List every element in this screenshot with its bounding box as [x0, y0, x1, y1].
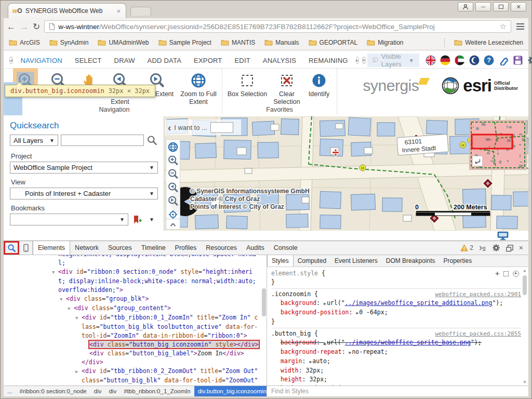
flag-uae-icon[interactable]	[455, 55, 465, 65]
dom-tree-node[interactable]: <div class="button_big_label">Zoom In</d…	[4, 349, 267, 358]
screen-display-icon[interactable]	[496, 231, 510, 241]
expand-arrow-icon[interactable]: ▶	[75, 367, 82, 376]
new-style-rule-icon[interactable]: +	[495, 269, 499, 278]
styles-tab-dom-breakpoints[interactable]: DOM Breakpoints	[382, 255, 440, 267]
menu-tab-navigation[interactable]: NAVIGATION	[15, 57, 69, 64]
css-url-link[interactable]: ../images/weboffice_sprite_additional.pn…	[345, 299, 493, 307]
dom-tree-node[interactable]: height:inherit; display:inline-block;whi…	[4, 255, 267, 268]
collapse-arrow-icon[interactable]: ▼	[52, 268, 58, 277]
save-icon[interactable]	[513, 55, 523, 65]
i-want-to-input[interactable]	[210, 122, 233, 133]
styles-scrollbar-thumb[interactable]	[523, 275, 527, 295]
menu-tab-add-data[interactable]: ADD DATA	[141, 57, 188, 64]
scroll-up-icon[interactable]: ▲	[524, 268, 526, 273]
visible-layers-dropdown[interactable]: Visible Layers ▼	[367, 54, 419, 67]
devtools-tab-audits[interactable]: Audits	[242, 241, 269, 255]
devtools-tab-console[interactable]: Console	[269, 241, 302, 255]
menubar-link-button[interactable]	[498, 55, 509, 65]
bookmark-item[interactable]: SynAdmin	[49, 39, 89, 46]
console-drawer-icon[interactable]	[478, 244, 487, 252]
identify-button[interactable]: Identify	[303, 69, 335, 98]
quicksearch-input[interactable]	[61, 135, 144, 146]
menubar-flag-germany-button[interactable]	[440, 55, 450, 65]
element-state-icon[interactable]	[503, 271, 509, 276]
overview-collapse-button[interactable]	[472, 156, 483, 166]
maximize-button[interactable]	[493, 2, 509, 11]
device-mode-button[interactable]	[19, 241, 33, 255]
bookmark-item[interactable]: Manuals	[264, 39, 299, 46]
dom-tree-node[interactable]: </div>	[4, 358, 267, 367]
styles-tab-styles[interactable]: Styles	[267, 255, 294, 267]
devtools-tab-network[interactable]: Network	[70, 241, 103, 255]
dom-tree-node[interactable]: ▼<div class="group_content">	[4, 304, 267, 313]
link-icon[interactable]	[498, 55, 509, 65]
view-select[interactable]: Points of Interest + Cadaster▼	[10, 188, 158, 200]
find-in-styles-input[interactable]: Find in Styles	[267, 386, 528, 396]
menubar-flag-uk-button[interactable]	[425, 55, 436, 65]
inspect-element-button[interactable]	[4, 241, 19, 255]
dom-tree-node[interactable]: <div class="button_big iconzoomin" style…	[4, 340, 267, 349]
css-declaration[interactable]: width: 32px;	[271, 366, 521, 375]
css-declaration[interactable]: height: 32px;	[271, 375, 521, 384]
clear-selection-button[interactable]: Clear Selection	[270, 69, 303, 106]
settings-icon[interactable]	[527, 55, 532, 65]
elements-scrollbar-thumb[interactable]	[262, 288, 266, 316]
bookmark-item[interactable]: Migration	[367, 39, 403, 46]
minimize-button[interactable]: ─	[475, 2, 491, 11]
breadcrumb-item[interactable]: div	[90, 386, 105, 396]
css-url-link[interactable]: ../images/weboffice_sprite_base.png	[345, 339, 471, 346]
browser-tab[interactable]: wO SYNERGIS WebOffice Web ×	[8, 3, 126, 18]
scroll-down-icon[interactable]: ▼	[524, 380, 526, 384]
menu-tab-export[interactable]: EXPORT	[188, 57, 228, 64]
collapse-arrow-icon[interactable]: ▼	[75, 314, 82, 323]
menubar-help-button[interactable]: ?	[484, 55, 494, 65]
css-declaration[interactable]: background: ▶url("../images/weboffice_sp…	[271, 338, 521, 348]
collapse-arrow-icon[interactable]: ▼	[68, 304, 74, 313]
breadcrumb-item[interactable]: div	[105, 386, 120, 396]
collapse-arrow-icon[interactable]: ▼	[60, 295, 66, 304]
devtools-tab-timeline[interactable]: Timeline	[137, 241, 170, 255]
address-bar[interactable]: w-ws-wintner/WebOffice/synserver;jsessio…	[44, 20, 511, 33]
bookmark-item[interactable]: MANTIS	[221, 39, 255, 46]
dom-tree-node[interactable]: ▼<div class="group_blk">	[4, 295, 267, 304]
search-icon[interactable]	[147, 135, 157, 146]
dom-tree-node[interactable]: ▼<div id="tbb_ribbon:0_1_ZoomIn" title="…	[4, 313, 267, 340]
devtools-tab-profiles[interactable]: Profiles	[170, 241, 202, 255]
ribbon-scroll-left-icon[interactable]: ◂	[9, 57, 13, 64]
menu-tab-edit[interactable]: EDIT	[228, 57, 256, 64]
add-bookmark-icon[interactable]	[132, 215, 143, 224]
map-viewport[interactable]: THH63101Innere Stadt© SynerGIS Informati…	[164, 116, 528, 231]
gear-icon[interactable]	[492, 244, 500, 252]
close-devtools-icon[interactable]: ×	[519, 244, 523, 252]
css-declaration[interactable]: background: ▶url("../images/weboffice_sp…	[271, 299, 521, 308]
styles-tab-event-listeners[interactable]: Event Listeners	[330, 255, 382, 267]
bookmark-item[interactable]: GEOPORTAL	[309, 39, 358, 46]
bookmarks-select[interactable]: ▼	[10, 214, 128, 225]
css-declaration[interactable]: background-repeat: ▶no-repeat;	[271, 348, 521, 357]
dom-tree-node[interactable]: ▶<div id="tbb_ribbon:0_2_ZoomOut" title=…	[4, 367, 267, 385]
styles-tab-computed[interactable]: Computed	[294, 255, 330, 267]
menu-tab-select[interactable]: SELECT	[69, 57, 108, 64]
menubar-save-button[interactable]	[513, 55, 523, 65]
project-select[interactable]: WebOffice Sample Project▼	[10, 162, 158, 174]
warning-icon[interactable]	[460, 244, 468, 251]
devtools-tab-resources[interactable]: Resources	[201, 241, 242, 255]
stylesheet-link[interactable]: weboffice_packed.css:2855	[435, 329, 521, 338]
menubar-flag-uae-button[interactable]	[455, 55, 465, 65]
bookmark-item[interactable]: Sample Project	[158, 39, 211, 46]
menu-tab-analysis[interactable]: ANALYSIS	[257, 57, 302, 64]
stylesheet-link[interactable]: weboffice_packed.css:2901	[435, 290, 521, 299]
chevron-down-icon[interactable]: ▼	[149, 217, 154, 222]
animations-icon[interactable]: ▶	[513, 271, 519, 277]
css-declaration[interactable]: background-position: ▶32px;	[271, 384, 521, 385]
box-selection-button[interactable]: Box Selection	[224, 69, 270, 98]
layer-filter-select[interactable]: All Layers▼	[10, 135, 58, 146]
map-tools-collapse-button[interactable]	[166, 219, 180, 230]
menu-tab-draw[interactable]: DRAW	[108, 57, 141, 64]
menubar-crescent-button[interactable]	[469, 55, 480, 65]
bookmark-item[interactable]: UMAdminWeb	[98, 39, 149, 46]
styles-tab-properties[interactable]: Properties	[439, 255, 476, 267]
bookmark-star-icon[interactable]: ☆	[500, 22, 507, 31]
forward-button[interactable]: →	[20, 22, 29, 31]
menu-tab-remaining[interactable]: REMAINING	[302, 57, 354, 64]
